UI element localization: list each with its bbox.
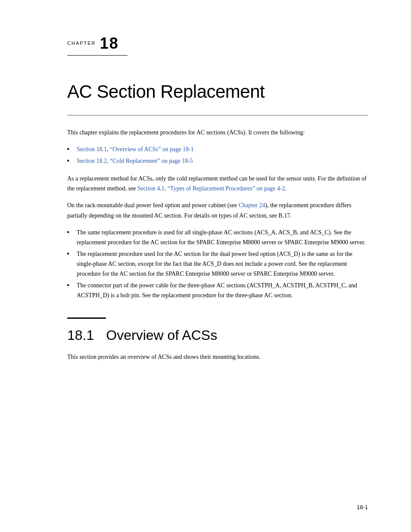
- intro-paragraph-2: As a replacement method for ACSs, only t…: [67, 174, 368, 193]
- section-18-1-link[interactable]: Section 18.1, “Overview of ACSs” on page…: [77, 146, 194, 152]
- chapter-header: Chapter 18: [67, 34, 368, 56]
- bullet-1-text: The same replacement procedure is used f…: [77, 229, 365, 246]
- chapter-label-container: Chapter 18: [67, 34, 368, 53]
- main-bullet-list: The same replacement procedure is used f…: [67, 227, 368, 301]
- list-item: The replacement procedure used for the A…: [67, 249, 368, 279]
- bullet-2-text: The replacement procedure used for the A…: [77, 251, 352, 277]
- chapter-word: Chapter: [67, 40, 96, 46]
- section-4-1-link[interactable]: Section 4.1, “Types of Replacement Proce…: [137, 185, 285, 192]
- bullet-3-text: The connector part of the power cable fo…: [77, 282, 357, 299]
- chapter-title: AC Section Replacement: [67, 81, 368, 102]
- chapter-24-link[interactable]: Chapter 24: [239, 202, 265, 208]
- page-number: 18-1: [357, 504, 368, 510]
- intro-paragraph-3: On the rack-mountable dual power feed op…: [67, 200, 368, 220]
- list-item: Section 18.2, “Cold Replacement” on page…: [67, 156, 368, 166]
- chapter-label: Chapter 18: [67, 34, 119, 53]
- list-item: The connector part of the power cable fo…: [67, 280, 368, 300]
- content-area: Chapter 18 AC Section Replacement This c…: [0, 0, 411, 403]
- chapter-number: 18: [100, 34, 119, 52]
- list-item: Section 18.1, “Overview of ACSs” on page…: [67, 144, 368, 154]
- chapter-rule: [67, 55, 128, 56]
- title-rule: [67, 115, 368, 115]
- section-18-1-body: This section provides an overview of ACS…: [67, 352, 368, 362]
- section-18-1-number: 18.1: [67, 327, 94, 343]
- para3-before: On the rack-mountable dual power feed op…: [67, 202, 239, 208]
- section-18-2-link[interactable]: Section 18.2, “Cold Replacement” on page…: [77, 158, 193, 164]
- para2-after: .: [285, 185, 287, 192]
- section-18-1-rule: [67, 317, 106, 319]
- list-item: The same replacement procedure is used f…: [67, 227, 368, 247]
- section-18-1-heading: 18.1 Overview of ACSs: [67, 327, 368, 343]
- intro-paragraph-1: This chapter explains the replacement pr…: [67, 128, 368, 137]
- page: Chapter 18 AC Section Replacement This c…: [0, 0, 411, 532]
- section-18-1-title: Overview of ACSs: [106, 327, 217, 343]
- intro-link-list: Section 18.1, “Overview of ACSs” on page…: [67, 144, 368, 166]
